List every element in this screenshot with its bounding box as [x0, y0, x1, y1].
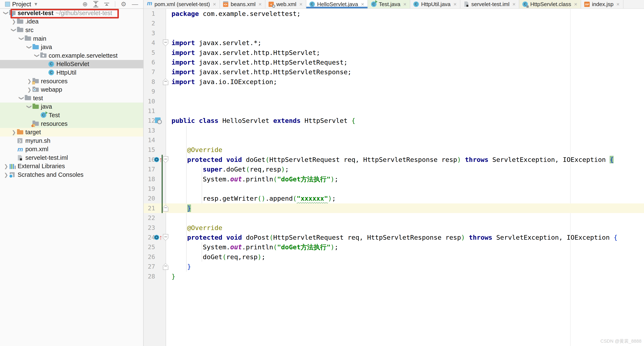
line-number[interactable]: 13: [148, 126, 155, 135]
tab-httputil-java[interactable]: CHttpUtil.java×: [410, 0, 460, 8]
overriding-method-icon[interactable]: [154, 235, 159, 240]
code-line-6[interactable]: import javax.servlet.http.HttpServletReq…: [166, 58, 644, 67]
tree-item-servelet-test-iml[interactable]: servelet-test.iml: [0, 154, 143, 162]
code-line-14[interactable]: [166, 135, 644, 145]
line-number[interactable]: 18: [148, 174, 155, 184]
tab-close-icon[interactable]: ×: [299, 1, 302, 8]
line-number[interactable]: 17: [148, 164, 155, 174]
line-number[interactable]: 4: [152, 38, 155, 48]
fold-marker-icon[interactable]: [163, 205, 168, 212]
locate-icon[interactable]: ⊕: [82, 1, 88, 7]
line-number[interactable]: 20: [148, 194, 155, 203]
override-up-arrow-icon[interactable]: ↑: [159, 156, 162, 164]
line-number[interactable]: 2: [152, 18, 155, 28]
chevron-expanded-icon[interactable]: ❯: [26, 44, 32, 50]
code-line-26[interactable]: doGet(req,resp);: [166, 252, 644, 262]
code-line-9[interactable]: [166, 86, 644, 96]
chevron-down-icon[interactable]: ▼: [34, 2, 38, 7]
fold-marker-icon[interactable]: [163, 78, 168, 85]
code-line-17[interactable]: super.doGet(req,resp);: [166, 164, 644, 174]
servlet-class-gutter-icon[interactable]: [155, 118, 160, 123]
code-line-8[interactable]: import java.io.IOException;: [166, 77, 644, 86]
override-up-arrow-icon[interactable]: ↑: [159, 234, 162, 241]
tab-close-icon[interactable]: ×: [213, 1, 216, 8]
tree-item--idea[interactable]: ❯.idea: [0, 18, 143, 26]
tab-web-xml[interactable]: <web.xml×: [266, 0, 306, 8]
code-line-15[interactable]: @Override: [166, 145, 644, 154]
chevron-expanded-icon[interactable]: ❯: [19, 36, 24, 42]
project-panel-title[interactable]: Project: [12, 1, 31, 8]
line-number[interactable]: 21: [148, 204, 155, 213]
code-line-2[interactable]: [166, 18, 644, 28]
fold-marker-icon[interactable]: [163, 156, 168, 163]
tab-close-icon[interactable]: ×: [454, 1, 456, 8]
tree-item-test[interactable]: ❯test: [0, 94, 143, 102]
tree-item-resources[interactable]: ❯resources: [0, 77, 143, 86]
line-number[interactable]: 14: [148, 135, 155, 145]
tree-item-myrun-sh[interactable]: ❯myrun.sh: [0, 136, 143, 145]
tree-item-target[interactable]: ❯target: [0, 128, 143, 136]
chevron-collapsed-icon[interactable]: ❯: [3, 172, 9, 178]
line-number[interactable]: 7: [152, 67, 155, 77]
code-line-21[interactable]: }: [166, 204, 644, 213]
tree-item-webapp[interactable]: ❯webapp: [0, 85, 143, 94]
line-number[interactable]: 8: [152, 77, 155, 86]
chevron-collapsed-icon[interactable]: ❯: [26, 87, 32, 93]
fold-marker-icon[interactable]: [163, 40, 168, 46]
tab-close-icon[interactable]: ×: [403, 1, 406, 8]
tree-item-scratches-and-consoles[interactable]: ❯❯Scratches and Consoles: [0, 170, 143, 179]
tree-item-src[interactable]: ❯src: [0, 26, 143, 34]
tab-beans-xml[interactable]: <>beans.xml×: [220, 0, 266, 8]
tab-servelet-test-iml[interactable]: servelet-test.iml×: [460, 0, 519, 8]
line-number[interactable]: 26: [148, 252, 155, 262]
tree-item-helloservlet[interactable]: CHelloServlet: [0, 60, 143, 68]
line-number[interactable]: 3: [152, 28, 155, 38]
tab-close-icon[interactable]: ×: [616, 1, 620, 8]
tab-helloservlet-java[interactable]: CHelloServlet.java×: [306, 0, 368, 8]
collapse-all-icon[interactable]: [104, 3, 110, 6]
chevron-collapsed-icon[interactable]: ❯: [3, 163, 9, 169]
line-number[interactable]: 1: [152, 9, 155, 18]
chevron-expanded-icon[interactable]: ❯: [19, 95, 24, 101]
fold-marker-icon[interactable]: [163, 263, 168, 270]
chevron-collapsed-icon[interactable]: ❯: [26, 78, 32, 84]
tab-index-jsp[interactable]: JSPindex.jsp×: [581, 0, 624, 8]
tree-item-pom-xml[interactable]: mpom.xml: [0, 145, 143, 154]
line-number[interactable]: 27: [148, 262, 155, 271]
chevron-expanded-icon[interactable]: ❯: [34, 52, 40, 59]
code-editor[interactable]: package com.example.servelettest;import …: [166, 9, 644, 346]
tab-close-icon[interactable]: ×: [258, 1, 262, 8]
code-line-18[interactable]: System.out.println("doGet方法执行");: [166, 174, 644, 184]
code-line-10[interactable]: [166, 96, 644, 106]
settings-gear-icon[interactable]: ⚙: [121, 1, 126, 7]
code-line-28[interactable]: }: [166, 272, 644, 281]
tab-test-java[interactable]: CTest.java×: [368, 0, 410, 8]
code-line-13[interactable]: [166, 126, 644, 135]
code-line-16[interactable]: protected void doGet(HttpServletRequest …: [166, 155, 644, 164]
line-number[interactable]: 11: [148, 106, 155, 116]
code-line-25[interactable]: System.out.println("doGet方法执行");: [166, 242, 644, 252]
line-number[interactable]: 25: [148, 242, 155, 252]
tab-close-icon[interactable]: ×: [361, 1, 364, 8]
line-number[interactable]: 5: [152, 48, 155, 58]
code-line-27[interactable]: }: [166, 262, 644, 271]
code-line-12[interactable]: public class HelloServlet extends HttpSe…: [166, 116, 644, 126]
tree-item-test[interactable]: CTest: [0, 111, 143, 120]
chevron-collapsed-icon[interactable]: ❯: [11, 19, 17, 24]
overriding-method-icon[interactable]: [154, 157, 159, 162]
chevron-expanded-icon[interactable]: ❯: [26, 104, 32, 110]
code-line-5[interactable]: import javax.servlet.http.HttpServlet;: [166, 48, 644, 58]
code-line-1[interactable]: package com.example.servelettest;: [166, 9, 644, 18]
tree-item-com-example-servelettest[interactable]: ❯com.example.servelettest: [0, 52, 143, 60]
tab-close-icon[interactable]: ×: [574, 1, 577, 8]
tree-item-httputil[interactable]: CHttpUtil: [0, 68, 143, 77]
code-line-23[interactable]: @Override: [166, 223, 644, 232]
code-line-24[interactable]: protected void doPost(HttpServletRequest…: [166, 232, 644, 242]
line-number[interactable]: 10: [148, 96, 155, 106]
fold-marker-icon[interactable]: [163, 234, 168, 241]
code-line-3[interactable]: [166, 28, 644, 38]
code-line-7[interactable]: import javax.servlet.http.HttpServletRes…: [166, 67, 644, 77]
tree-item-java[interactable]: ❯java: [0, 43, 143, 52]
line-number[interactable]: 19: [148, 184, 155, 194]
line-number[interactable]: 22: [148, 213, 155, 223]
